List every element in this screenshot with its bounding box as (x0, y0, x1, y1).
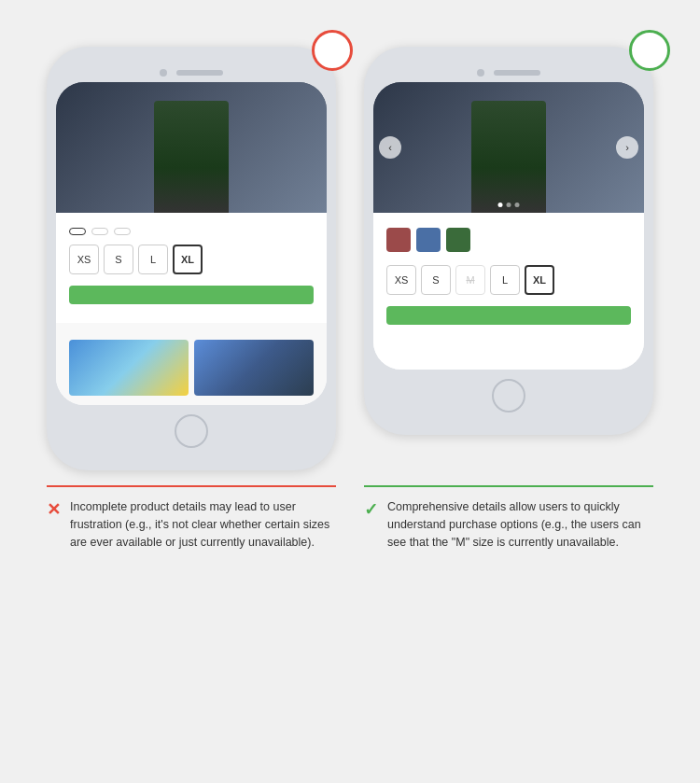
phone-top-bar-good (373, 62, 644, 82)
bad-phone-screen: XS S L XL (56, 82, 327, 405)
good-caption-text: Comprehensive details allow users to qui… (387, 498, 653, 551)
speaker-icon (176, 70, 223, 76)
color-option-ocean[interactable] (91, 228, 108, 235)
bad-caption-icon: ✕ (47, 499, 61, 520)
person-silhouette-good (471, 101, 546, 213)
carousel-prev-button[interactable]: ‹ (379, 136, 401, 159)
add-to-cart-good[interactable] (386, 306, 631, 325)
home-button-good[interactable] (492, 379, 525, 412)
size-m-good[interactable]: M (455, 265, 485, 295)
size-xl-bad[interactable]: XL (173, 245, 203, 274)
color-option-moss[interactable] (114, 228, 131, 235)
swatch-brick[interactable] (386, 228, 411, 252)
person-silhouette (154, 101, 229, 213)
carousel-dot-2 (507, 203, 511, 207)
details-section (373, 343, 644, 370)
camera-icon-good (477, 69, 484, 77)
size-l-bad[interactable]: L (138, 245, 168, 274)
size-xl-good[interactable]: XL (525, 265, 554, 295)
speaker-icon-good (494, 70, 540, 76)
color-option-brick[interactable] (69, 228, 86, 235)
camera-icon (160, 69, 167, 77)
bad-caption-text: Incomplete product details may lead to u… (70, 498, 336, 551)
bad-phone-wrapper: XS S L XL (47, 47, 336, 470)
good-product-content: XS S M L XL (373, 213, 644, 343)
related-items-section (56, 323, 327, 405)
carousel-dots (498, 203, 520, 207)
size-xs-bad[interactable]: XS (69, 245, 99, 274)
phone-bottom-bar-good (373, 370, 644, 420)
home-button-bad[interactable] (175, 414, 208, 448)
related-images-row (69, 340, 314, 396)
divider-green (364, 485, 653, 487)
carousel-next-button[interactable]: › (616, 136, 638, 159)
carousel-dot-1 (498, 203, 503, 207)
product-image-background (56, 82, 327, 213)
product-image-good: ‹ › (373, 82, 644, 213)
swatch-moss[interactable] (446, 228, 470, 252)
good-phone-wrapper: ‹ › (364, 47, 653, 435)
product-image-bad (56, 82, 327, 213)
size-s-bad[interactable]: S (104, 245, 133, 274)
product-image-background-good (373, 82, 644, 213)
related-image-1[interactable] (69, 340, 189, 396)
bad-phone: XS S L XL (47, 47, 336, 470)
bad-product-content: XS S L XL (56, 213, 327, 323)
add-to-cart-bad[interactable] (69, 286, 314, 304)
good-badge (629, 30, 670, 71)
good-phone: ‹ › (364, 47, 653, 435)
phone-bottom-bar-bad (56, 405, 327, 455)
good-caption-icon: ✓ (364, 499, 378, 520)
bad-caption: ✕Incomplete product details may lead to … (47, 498, 336, 551)
phones-comparison-row: XS S L XL (47, 47, 653, 470)
captions-row: ✕Incomplete product details may lead to … (19, 485, 681, 551)
related-image-2[interactable] (194, 340, 314, 396)
bad-badge (312, 30, 353, 71)
good-phone-screen: ‹ › (373, 82, 644, 370)
bad-color-options (69, 228, 314, 235)
bad-caption-wrapper: ✕Incomplete product details may lead to … (47, 485, 336, 551)
swatch-ocean[interactable] (416, 228, 441, 252)
size-s-good[interactable]: S (421, 265, 451, 295)
good-caption: ✓Comprehensive details allow users to qu… (364, 498, 653, 551)
good-color-swatches (386, 228, 631, 252)
bad-size-options: XS S L XL (69, 245, 314, 274)
phone-top-bar (56, 62, 327, 82)
good-size-options: XS S M L XL (386, 265, 631, 295)
size-l-good[interactable]: L (490, 265, 520, 295)
size-xs-good[interactable]: XS (386, 265, 416, 295)
divider-red (47, 485, 336, 487)
good-caption-wrapper: ✓Comprehensive details allow users to qu… (364, 485, 653, 551)
carousel-dot-3 (515, 203, 520, 207)
